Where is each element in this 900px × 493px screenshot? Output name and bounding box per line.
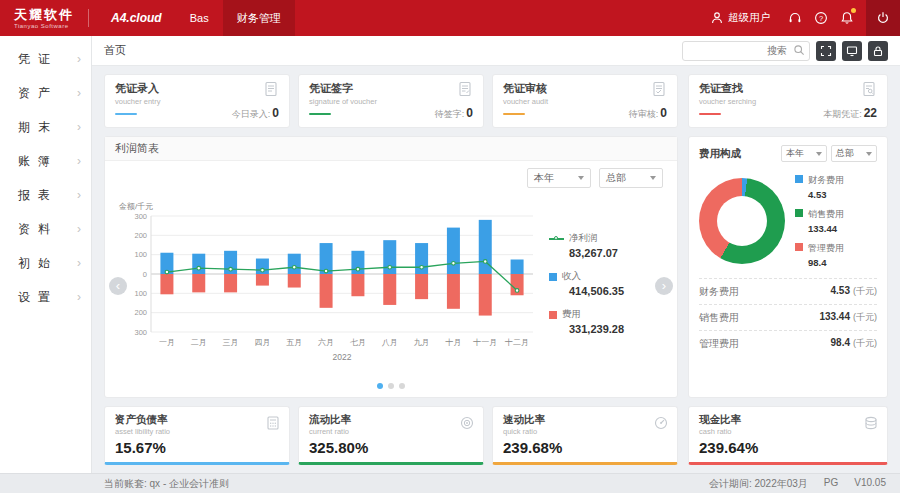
sidebar-item-initial[interactable]: 初始 ›	[0, 246, 91, 280]
profit-card-header: 利润简表	[105, 137, 677, 161]
kpi-card-voucher-entry[interactable]: 凭证录入 voucher entry 今日录入:0	[104, 74, 290, 128]
breadcrumb-home-tab[interactable]: 首页	[104, 43, 126, 58]
svg-text:八月: 八月	[382, 338, 398, 347]
kpi-card-asset-liability-ratio[interactable]: 资产负债率 asset libility ratio 15.67%	[104, 406, 290, 465]
chevron-right-icon: ›	[77, 222, 81, 236]
user-menu[interactable]: 超级用户	[710, 11, 770, 25]
expense-donut-row: 财务费用 4.53 销售费用 133.44	[699, 174, 877, 268]
svg-text:十二月: 十二月	[504, 338, 529, 347]
profit-chart-legend: 净利润 83,267.07 收入 414,506.35	[541, 232, 671, 335]
nav-item-bas[interactable]: Bas	[176, 0, 223, 36]
username: 超级用户	[728, 11, 770, 25]
kpi-subtitle: voucher audit	[503, 97, 548, 106]
chevron-right-icon: ›	[77, 188, 81, 202]
dashboard-content: 凭证录入 voucher entry 今日录入:0	[92, 66, 900, 473]
sidebar-item-voucher[interactable]: 凭证 ›	[0, 42, 91, 76]
logo-title: 天耀软件	[14, 8, 74, 21]
chevron-right-icon: ›	[77, 154, 81, 168]
expense-card-title: 费用构成	[699, 147, 777, 161]
square-marker-icon	[549, 273, 557, 281]
carousel-dot-active[interactable]	[377, 383, 383, 389]
svg-text:一月: 一月	[159, 338, 175, 347]
kpi-card-voucher-audit[interactable]: 凭证审核 voucher audit 待审核:0	[492, 74, 678, 128]
help-button[interactable]: ?	[808, 0, 834, 36]
sidebar-item-data[interactable]: 资料 ›	[0, 212, 91, 246]
logout-button[interactable]	[866, 0, 900, 36]
kpi-value: 0	[660, 106, 667, 120]
nav-item-finance[interactable]: 财务管理	[223, 0, 295, 36]
square-marker-icon	[795, 175, 803, 183]
year-filter-select[interactable]: 本年	[527, 168, 591, 188]
svg-text:0: 0	[143, 269, 147, 278]
sidebar-item-label: 初始	[18, 255, 77, 272]
expense-rows: 财务费用 4.53(千元) 销售费用 133.44(千元) 管理费用 98.4(…	[699, 278, 877, 356]
user-icon	[710, 11, 724, 25]
legend-value: 331,239.28	[569, 323, 671, 335]
sidebar-item-period-end[interactable]: 期末 ›	[0, 110, 91, 144]
kpi-subtitle: quick ratio	[503, 427, 667, 436]
kpi-card-cash-ratio[interactable]: 现金比率 cash ratio 239.64%	[688, 406, 888, 465]
sidebar-item-books[interactable]: 账簿 ›	[0, 144, 91, 178]
fullscreen-button[interactable]	[816, 41, 836, 61]
sidebar-item-reports[interactable]: 报表 ›	[0, 178, 91, 212]
svg-text:十一月: 十一月	[472, 338, 497, 347]
expense-department-filter-select[interactable]: 总部	[831, 145, 877, 162]
expense-row-finance[interactable]: 财务费用 4.53(千元)	[699, 278, 877, 304]
kpi-subtitle: cash ratio	[699, 427, 877, 436]
legend-item-sales-expense[interactable]: 销售费用 133.44	[795, 208, 844, 234]
square-marker-icon	[795, 243, 803, 251]
sidebar-item-assets[interactable]: 资产 ›	[0, 76, 91, 110]
svg-text:100: 100	[134, 288, 147, 297]
lock-screen-button[interactable]	[868, 41, 888, 61]
expense-row-admin[interactable]: 管理费用 98.4(千元)	[699, 330, 877, 356]
sidebar-item-label: 报表	[18, 187, 77, 204]
kpi-value: 0	[466, 106, 473, 120]
kpi-value: 22	[864, 106, 877, 120]
screen-view-button[interactable]	[842, 41, 862, 61]
chevron-right-icon: ›	[77, 52, 81, 66]
expense-donut-chart[interactable]	[699, 178, 785, 264]
kpi-card-voucher-signature[interactable]: 凭证签字 signature of voucher 待签字:0	[298, 74, 484, 128]
search-input[interactable]	[682, 41, 810, 61]
target-icon	[459, 415, 475, 431]
sidebar-item-settings[interactable]: 设置 ›	[0, 280, 91, 314]
profit-card-title: 利润简表	[115, 141, 159, 156]
department-filter-select[interactable]: 总部	[599, 168, 663, 188]
carousel-dot[interactable]	[399, 383, 405, 389]
kpi-card-quick-ratio[interactable]: 速动比率 quick ratio 239.68%	[492, 406, 678, 465]
svg-text:九月: 九月	[414, 338, 430, 347]
fullscreen-icon	[820, 45, 832, 57]
bell-icon	[840, 11, 854, 25]
app-logo[interactable]: 天耀软件 Tianyao Software	[0, 8, 88, 29]
chevron-down-icon	[650, 176, 656, 180]
profit-chart-body: 金额/千元3002001000100200300一月二月三月四月五月六月七月八月…	[105, 188, 677, 379]
legend-item-net-profit[interactable]: 净利润 83,267.07	[549, 232, 671, 259]
legend-item-income[interactable]: 收入 414,506.35	[549, 270, 671, 297]
nav-item-a4cloud[interactable]: A4.cloud	[97, 0, 176, 36]
expense-row-sales[interactable]: 销售费用 133.44(千元)	[699, 304, 877, 330]
expense-donut-legend: 财务费用 4.53 销售费用 133.44	[795, 174, 844, 268]
expense-card-header: 费用构成 本年 总部	[699, 145, 877, 162]
legend-item-admin-expense[interactable]: 管理费用 98.4	[795, 242, 844, 268]
kpi-subtitle: voucher entry	[115, 97, 160, 106]
service-button[interactable]	[782, 0, 808, 36]
carousel-dot[interactable]	[388, 383, 394, 389]
legend-item-finance-expense[interactable]: 财务费用 4.53	[795, 174, 844, 200]
kpi-card-voucher-search[interactable]: 凭证查找 voucher serching 本期凭证:22	[688, 74, 888, 128]
sidebar-item-label: 设置	[18, 289, 77, 306]
kpi-subtitle: asset libility ratio	[115, 427, 279, 436]
document-icon	[263, 81, 279, 97]
legend-item-expense[interactable]: 费用 331,239.28	[549, 308, 671, 335]
kpi-card-current-ratio[interactable]: 流动比率 current ratio 325.80%	[298, 406, 484, 465]
header-right: 超级用户 ?	[710, 0, 900, 36]
kpi-subtitle: signature of voucher	[309, 97, 377, 106]
chevron-right-icon: ›	[77, 256, 81, 270]
svg-text:300: 300	[134, 211, 147, 220]
chevron-down-icon	[578, 176, 584, 180]
svg-text:100: 100	[134, 250, 147, 259]
profit-summary-card: 利润简表 本年 总部 金额/千元3002001000100200300一月二月三…	[104, 136, 678, 398]
kpi-title: 凭证查找	[699, 81, 756, 96]
expense-year-filter-select[interactable]: 本年	[781, 145, 827, 162]
notification-button[interactable]	[834, 0, 860, 36]
kpi-stat: 今日录入:0	[232, 106, 279, 121]
